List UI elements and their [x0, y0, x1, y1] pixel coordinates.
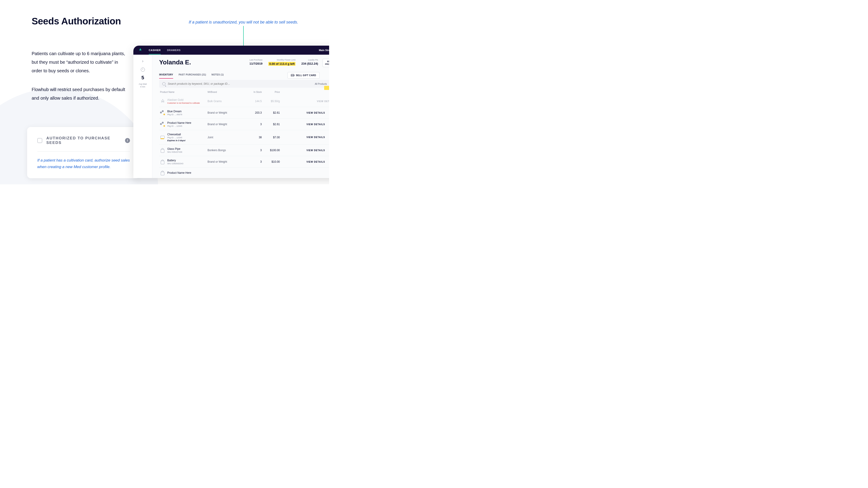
product-stock: 38: [244, 136, 262, 139]
authorize-label: AUTHORIZED TO PURCHASE SEEDS: [46, 136, 121, 145]
sell-gift-card-button[interactable]: SELL GIFT CARD: [287, 72, 320, 78]
flower-limit-value: 0.00 of 113.4 g left: [268, 62, 296, 66]
bag-icon: [160, 170, 165, 175]
col-in-stock: In Stock: [244, 91, 262, 93]
table-row: CheeseballPkg ID: …12345Expires in 3 day…: [159, 130, 329, 144]
tab-inventory[interactable]: INVENTORY: [159, 73, 173, 78]
nav-location[interactable]: Main Street: [319, 49, 329, 52]
view-details-button[interactable]: VIEW DETAILS: [307, 149, 325, 152]
table-row: Alaskan GoldCustomer is not licensed to …: [159, 96, 329, 107]
product-warning: Customer is not licensed to cultivate: [167, 102, 208, 104]
search-icon: [162, 82, 165, 86]
leaf-icon: [160, 99, 165, 104]
product-subtext: SKU 835437438: [167, 151, 208, 153]
queue-sidebar: › 5 Avg Wait8 min: [133, 55, 152, 178]
bag-icon: [160, 148, 165, 153]
app-window: CASHIER DRAWERS Main Street › 5 Avg Wait…: [133, 46, 329, 178]
authorize-card: AUTHORIZED TO PURCHASE SEEDS i If a pati…: [27, 127, 140, 178]
chevron-right-icon[interactable]: ›: [142, 59, 144, 64]
product-expiry: Expires in 3 days!: [167, 139, 208, 142]
col-product-name: Product Name: [160, 91, 208, 93]
callout-unauthorized: If a patient is unauthorized, you will n…: [189, 20, 298, 25]
product-stock: 3: [244, 160, 262, 163]
flower-icon: [160, 122, 165, 127]
table-row: Blue DreamPkg ID: …45678Brand or Weight2…: [159, 107, 329, 119]
queue-count: 5: [141, 75, 144, 80]
product-wt: Joint: [208, 136, 244, 139]
product-price: $5.50/g: [262, 100, 280, 103]
product-price: $10.00: [262, 160, 280, 163]
product-name: Cheeseball: [167, 133, 208, 136]
product-subtext: SKU 2392932343: [167, 162, 208, 165]
product-stock: 3: [244, 149, 262, 152]
product-subtext: Pkg ID: …45678: [167, 113, 208, 116]
gift-card-icon: [291, 74, 294, 76]
product-name: Glass Pipe: [167, 147, 208, 151]
nav-tab-cashier[interactable]: CASHIER: [149, 46, 161, 55]
tab-past-purchases[interactable]: PAST PURCHASES (21): [179, 73, 206, 78]
table-row: BatterySKU 2392932343Brand or Weight3$10…: [159, 156, 329, 167]
nav-tab-drawers[interactable]: DRAWERS: [167, 46, 181, 55]
product-stock: 144.5: [244, 100, 262, 103]
product-name: Product Name Here: [167, 121, 208, 125]
clock-icon: [141, 68, 145, 72]
joint-icon: [160, 135, 165, 140]
product-price: $100.00: [262, 149, 280, 152]
table-row: Product Name HerePkg ID: …12345Brand or …: [159, 119, 329, 130]
table-row: Glass PipeSKU 835437438Bonkers Bongs3$10…: [159, 144, 329, 156]
col-wt-brand: Wt/Brand: [208, 91, 244, 93]
loyalty-label: Loyalty Pts: [301, 59, 318, 61]
product-name: Battery: [167, 159, 208, 162]
product-price: $2.61: [262, 123, 280, 126]
flower-limit-label: Monthly Flower Limit: [268, 59, 296, 61]
last-purchase-value: 11/7/2019: [249, 62, 262, 65]
flower-icon: [160, 110, 165, 115]
authorize-tip: If a patient has a cultivation card, aut…: [37, 157, 130, 170]
logo-icon: [138, 48, 143, 53]
product-subtext: Pkg ID: …12345: [167, 136, 208, 139]
loyalty-value: 234 ($12.24): [301, 62, 318, 65]
authorize-checkbox[interactable]: [37, 138, 42, 143]
table-row: Product Name Here: [159, 167, 329, 178]
search-input[interactable]: [168, 82, 313, 86]
product-wt: Brand or Weight: [208, 160, 244, 163]
tab-notes[interactable]: NOTES (1): [212, 73, 224, 78]
queue-wait-label: Avg Wait8 min: [139, 83, 147, 88]
product-wt: Bonkers Bongs: [208, 149, 244, 152]
view-details-button[interactable]: VIEW DETAILS: [307, 161, 325, 163]
doc-paragraph-2: Flowhub will restrict seed purchases by …: [32, 85, 127, 102]
customer-name: Yolanda E.: [159, 59, 243, 66]
product-price: $7.00: [262, 136, 280, 139]
last-purchase-label: Last Purchase: [249, 59, 262, 61]
page-title: Seeds Authorization: [32, 16, 127, 27]
view-details-button[interactable]: VIEW DETAILS: [307, 136, 325, 138]
col-price: Price: [262, 91, 280, 93]
product-subtext: Pkg ID: …12345: [167, 125, 208, 127]
edit-profile-button[interactable]: EDITPROFILE: [322, 59, 329, 67]
doc-paragraph-1: Patients can cultivate up to 6 marijuana…: [32, 49, 127, 75]
view-details-button[interactable]: VIEW DETAILS: [307, 123, 325, 126]
product-name: Product Name Here: [167, 171, 208, 174]
view-details-button[interactable]: VIEW DETAILS: [307, 111, 325, 114]
product-wt: Brand or Weight: [208, 111, 244, 114]
bag-icon: [160, 159, 165, 164]
product-price: $2.61: [262, 111, 280, 114]
info-icon[interactable]: i: [125, 138, 130, 143]
filter-label[interactable]: All Products: [315, 83, 327, 85]
product-wt: Bulk Grams: [208, 100, 244, 103]
product-name: Blue Dream: [167, 110, 208, 113]
view-details-button[interactable]: VIEW DETAILS: [317, 100, 329, 103]
product-stock: 203.3: [244, 111, 262, 114]
cart-peek-badge: [324, 86, 329, 90]
product-wt: Brand or Weight: [208, 123, 244, 126]
product-name: Alaskan Gold: [167, 98, 208, 101]
product-stock: 3: [244, 123, 262, 126]
